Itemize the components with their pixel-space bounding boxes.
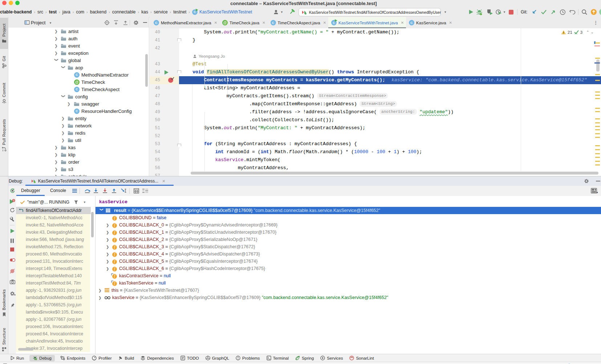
svg-text:9: 9 <box>13 199 14 202</box>
